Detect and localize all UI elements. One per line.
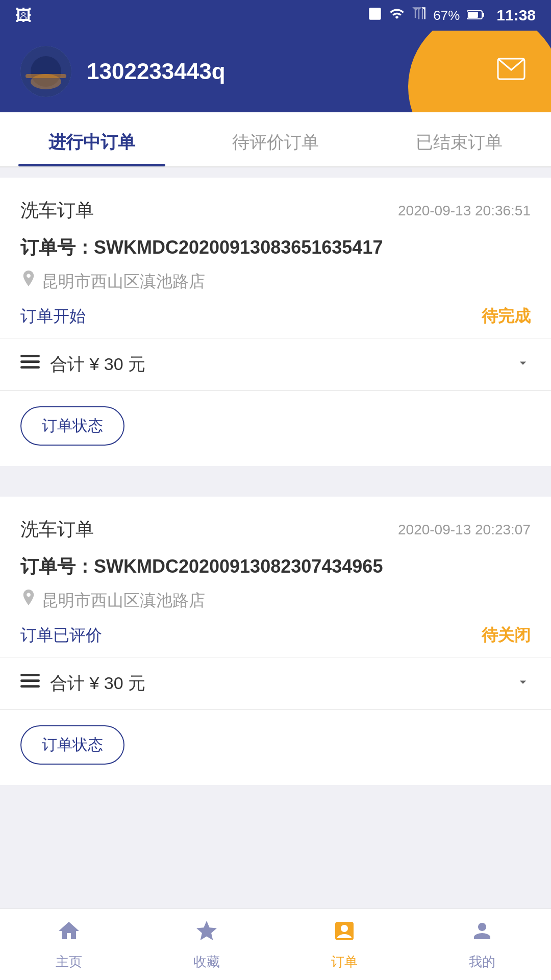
location-icon-2	[20, 590, 37, 612]
profile-icon	[470, 919, 494, 949]
location-icon-1	[20, 271, 37, 293]
list-icon-2	[20, 673, 40, 695]
order-summary-1[interactable]: 合计 ¥ 30 元	[20, 338, 531, 390]
order-status-badge-1: 待完成	[482, 305, 531, 328]
tab-active-orders[interactable]: 进行中订单	[0, 112, 184, 166]
chevron-down-icon-1[interactable]	[515, 355, 531, 375]
order-type-1: 洗车订单	[20, 198, 94, 223]
star-icon	[194, 919, 219, 949]
order-status-button-1[interactable]: 订单状态	[20, 406, 124, 446]
tabs: 进行中订单 待评价订单 已结束订单	[0, 112, 551, 167]
svg-rect-2	[468, 12, 478, 18]
orange-decoration	[408, 31, 551, 112]
nav-favorites-label: 收藏	[193, 953, 220, 971]
chevron-down-icon-2[interactable]	[515, 674, 531, 694]
nav-home[interactable]: 主页	[0, 919, 138, 971]
svg-rect-11	[20, 674, 40, 676]
order-id-2: 订单号：SWKMDC20200913082307434965	[20, 554, 531, 579]
order-status-row-1: 订单开始 待完成	[20, 305, 531, 328]
username: 1302233443q	[87, 59, 226, 84]
home-icon	[57, 919, 81, 949]
order-status-button-2[interactable]: 订单状态	[20, 725, 124, 765]
nav-home-label: 主页	[56, 953, 82, 971]
order-actions-2: 订单状态	[20, 710, 531, 785]
order-total-1: 合计 ¥ 30 元	[50, 353, 505, 376]
order-location-text-2: 昆明市西山区滇池路店	[42, 590, 205, 612]
orders-icon	[332, 919, 357, 949]
order-start-label-2: 订单已评价	[20, 624, 102, 647]
order-actions-1: 订单状态	[20, 391, 531, 466]
signal-icon	[412, 7, 426, 24]
svg-rect-13	[20, 685, 40, 688]
order-type-2: 洗车订单	[20, 517, 94, 542]
order-date-1: 2020-09-13 20:36:51	[398, 203, 531, 219]
section-spacer	[0, 476, 551, 486]
tab-closed-orders[interactable]: 已结束订单	[367, 112, 551, 166]
order-status-row-2: 订单已评价 待关闭	[20, 624, 531, 647]
svg-rect-8	[20, 355, 40, 357]
status-time: 11:38	[496, 7, 536, 24]
status-bar: 🖼 67% 11:38	[0, 0, 551, 31]
order-header-2: 洗车订单 2020-09-13 20:23:07	[20, 517, 531, 542]
photo-icon: 🖼	[15, 6, 32, 25]
nav-orders-label: 订单	[331, 953, 358, 971]
svg-rect-9	[20, 360, 40, 363]
order-summary-2[interactable]: 合计 ¥ 30 元	[20, 657, 531, 709]
order-date-2: 2020-09-13 20:23:07	[398, 522, 531, 538]
bottom-nav: 主页 收藏 订单 我的	[0, 909, 551, 980]
nav-profile[interactable]: 我的	[413, 919, 551, 971]
content-area: 洗车订单 2020-09-13 20:36:51 订单号：SWKMDC20200…	[0, 178, 551, 877]
list-icon-1	[20, 354, 40, 376]
order-card-2: 洗车订单 2020-09-13 20:23:07 订单号：SWKMDC20200…	[0, 497, 551, 785]
order-status-badge-2: 待关闭	[482, 624, 531, 647]
battery-text: 67%	[433, 8, 460, 23]
order-location-2: 昆明市西山区滇池路店	[20, 590, 531, 612]
order-start-label-1: 订单开始	[20, 305, 86, 328]
header: 1302233443q	[0, 31, 551, 112]
order-location-1: 昆明市西山区滇池路店	[20, 271, 531, 293]
wifi-icon	[389, 6, 405, 25]
mail-icon[interactable]	[497, 57, 525, 86]
tab-pending-orders[interactable]: 待评价订单	[184, 112, 367, 166]
nfc-icon	[368, 7, 382, 24]
svg-rect-6	[26, 74, 66, 78]
order-card-1: 洗车订单 2020-09-13 20:36:51 订单号：SWKMDC20200…	[0, 178, 551, 466]
order-location-text-1: 昆明市西山区滇池路店	[42, 271, 205, 293]
order-total-2: 合计 ¥ 30 元	[50, 672, 505, 695]
nav-profile-label: 我的	[469, 953, 495, 971]
battery-icon	[467, 8, 484, 23]
avatar	[20, 46, 71, 97]
order-header-1: 洗车订单 2020-09-13 20:36:51	[20, 198, 531, 223]
svg-rect-1	[482, 13, 484, 17]
order-id-1: 订单号：SWKMDC20200913083651635417	[20, 235, 531, 260]
nav-orders[interactable]: 订单	[276, 919, 413, 971]
svg-rect-12	[20, 679, 40, 682]
svg-rect-10	[20, 366, 40, 369]
nav-favorites[interactable]: 收藏	[138, 919, 276, 971]
